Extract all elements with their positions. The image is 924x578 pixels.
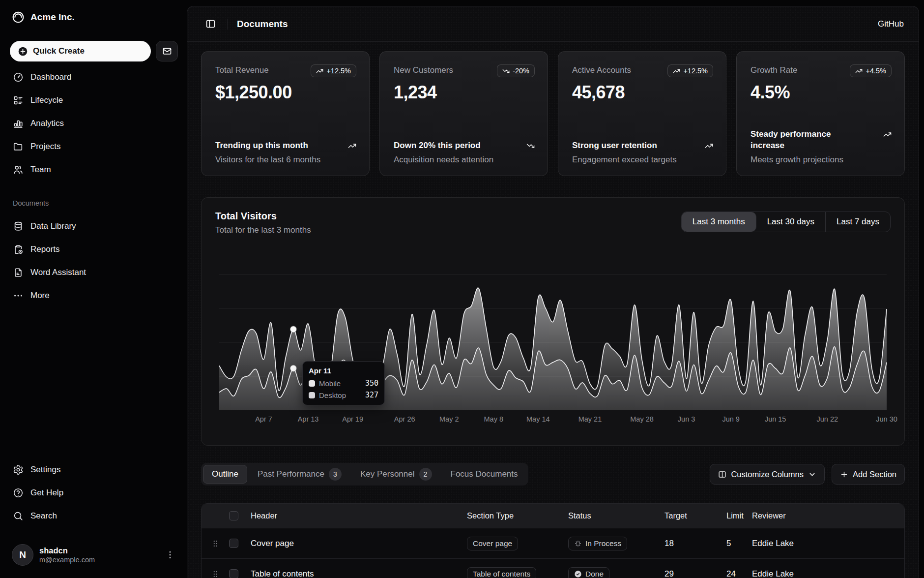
drag-handle-icon[interactable]: [211, 570, 220, 578]
quick-create-button[interactable]: Quick Create: [10, 41, 151, 61]
tab-focus-documents[interactable]: Focus Documents: [442, 465, 526, 484]
tab-count-badge: 3: [329, 468, 342, 481]
table-header-row: Header Section Type Status Target Limit …: [202, 504, 904, 528]
sidebar-item-label: Analytics: [30, 119, 64, 128]
trend-badge: -20%: [497, 64, 535, 77]
stat-value: 1,234: [394, 82, 535, 103]
sidebar-item-dashboard[interactable]: Dashboard: [8, 67, 179, 87]
tooltip-series-value: 350: [365, 379, 378, 388]
column-limit: Limit: [710, 511, 752, 520]
page-title: Documents: [237, 19, 288, 30]
drag-handle-icon[interactable]: [211, 539, 220, 548]
row-header-cell[interactable]: Table of contents: [251, 569, 467, 578]
tooltip-series-name: Desktop: [319, 391, 346, 399]
target-cell[interactable]: 18: [659, 539, 710, 548]
tab-key-personnel[interactable]: Key Personnel 2: [352, 465, 440, 484]
github-link[interactable]: GitHub: [878, 19, 904, 29]
select-all-checkbox[interactable]: [229, 511, 238, 520]
loader-icon: [574, 540, 582, 548]
sidebar-item-label: Data Library: [30, 221, 76, 231]
limit-cell[interactable]: 5: [710, 539, 752, 548]
tab-label: Outline: [212, 469, 238, 479]
sidebar-item-more[interactable]: More: [8, 286, 179, 305]
table-row[interactable]: Cover page Cover page In Process 18 5 Ed…: [202, 528, 904, 559]
column-reviewer: Reviewer: [752, 511, 899, 520]
tab-label: Past Performance: [258, 469, 324, 479]
stat-footer-title: Steady performance increase: [751, 129, 853, 152]
reviewer-cell[interactable]: Eddie Lake: [752, 539, 899, 548]
sections-table: Header Section Type Status Target Limit …: [201, 503, 905, 578]
sidebar-item-get-help[interactable]: Get Help: [8, 483, 179, 503]
sidebar-item-team[interactable]: Team: [8, 160, 179, 180]
badge-value: +4.5%: [866, 67, 886, 75]
total-visitors-card: Total Visitors Total for the last 3 mont…: [201, 197, 905, 446]
tab-past-performance[interactable]: Past Performance 3: [249, 465, 350, 484]
dashboard-icon: [13, 72, 24, 83]
badge-value: +12.5%: [683, 67, 708, 75]
stat-footer-title: Trending up this month: [215, 140, 308, 152]
range-last-7-days[interactable]: Last 7 days: [826, 212, 890, 232]
sidebar-item-projects[interactable]: Projects: [8, 137, 179, 156]
section-type-badge: Cover page: [467, 537, 518, 550]
x-axis-label: Jun 9: [722, 415, 739, 423]
row-header-cell[interactable]: Cover page: [251, 539, 467, 548]
user-menu[interactable]: N shadcn m@example.com: [8, 540, 179, 570]
trending-up-icon: [883, 130, 892, 139]
trend-badge: +12.5%: [311, 64, 356, 77]
folder-icon: [13, 141, 24, 152]
sidebar-item-label: Settings: [30, 465, 60, 475]
reviewer-cell[interactable]: Eddie Lake: [752, 569, 899, 578]
file-icon: [13, 267, 24, 278]
documents-nav: Data Library Reports Word Assistant: [8, 216, 179, 309]
stat-value: 4.5%: [751, 82, 892, 103]
sidebar-item-label: More: [30, 291, 50, 301]
sidebar-item-analytics[interactable]: Analytics: [8, 114, 179, 133]
chart-title: Total Visitors: [215, 211, 277, 222]
inbox-button[interactable]: [156, 41, 178, 61]
trending-up-icon: [673, 67, 680, 75]
sidebar-item-data-library[interactable]: Data Library: [8, 216, 179, 236]
range-last-3-months[interactable]: Last 3 months: [682, 212, 756, 232]
sidebar-item-lifecycle[interactable]: Lifecycle: [8, 91, 179, 110]
x-axis-label: Apr 26: [394, 415, 415, 423]
sidebar-item-word-assistant[interactable]: Word Assistant: [8, 263, 179, 282]
trending-up-icon: [348, 142, 356, 150]
target-cell[interactable]: 29: [659, 569, 710, 578]
ellipsis-vertical-icon[interactable]: [165, 550, 175, 560]
x-axis-label: Jun 15: [765, 415, 786, 423]
range-last-30-days[interactable]: Last 30 days: [756, 212, 826, 232]
x-axis-label: May 21: [578, 415, 602, 423]
limit-cell[interactable]: 24: [710, 569, 752, 578]
sidebar-item-reports[interactable]: Reports: [8, 240, 179, 259]
brand-name: Acme Inc.: [30, 12, 75, 23]
acme-logo-icon: [12, 11, 25, 24]
plus-icon: [840, 470, 848, 479]
sidebar-item-settings[interactable]: Settings: [8, 460, 179, 480]
tab-outline[interactable]: Outline: [203, 465, 247, 484]
button-label: Add Section: [853, 470, 896, 479]
customize-columns-button[interactable]: Customize Columns: [710, 464, 825, 485]
report-icon: [13, 244, 24, 255]
circle-check-icon: [574, 570, 582, 578]
status-label: Done: [585, 570, 604, 578]
table-row[interactable]: Table of contents Table of contents Done…: [202, 559, 904, 578]
columns-icon: [718, 470, 726, 479]
brand[interactable]: Acme Inc.: [12, 11, 75, 24]
stat-card-active-accounts: Active Accounts +12.5% 45,678 Strong use…: [558, 51, 726, 176]
x-axis-label: Jun 22: [817, 415, 838, 423]
sidebar-item-label: Search: [30, 511, 57, 521]
tooltip-row: Desktop 327: [309, 391, 378, 399]
sidebar-item-search[interactable]: Search: [8, 506, 179, 526]
mail-icon: [162, 46, 172, 56]
desktop-series-swatch: [309, 392, 315, 398]
sidebar-toggle-button[interactable]: [202, 16, 219, 32]
tooltip-series-value: 327: [365, 391, 378, 399]
column-status: Status: [568, 511, 659, 520]
stat-card-growth-rate: Growth Rate +4.5% 4.5% Steady performanc…: [736, 51, 905, 176]
row-checkbox[interactable]: [229, 569, 238, 578]
footer-nav: Settings Get Help Search: [8, 460, 179, 529]
add-section-button[interactable]: Add Section: [832, 464, 905, 485]
sidebar: Acme Inc. Quick Create Dashboard: [0, 0, 187, 578]
row-checkbox[interactable]: [229, 539, 238, 548]
trending-up-icon: [316, 67, 323, 75]
